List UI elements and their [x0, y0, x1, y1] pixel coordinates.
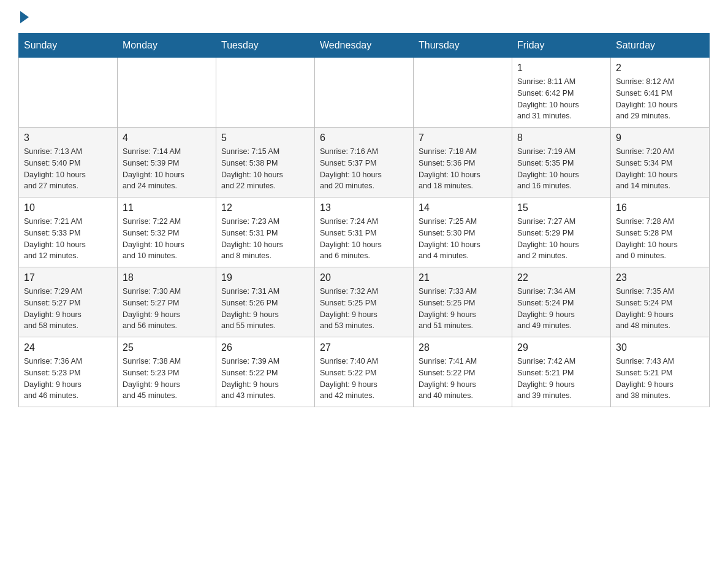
day-info: Sunrise: 7:32 AM Sunset: 5:25 PM Dayligh…: [320, 286, 408, 332]
day-number: 1: [517, 63, 605, 74]
calendar-cell: 27Sunrise: 7:40 AM Sunset: 5:22 PM Dayli…: [315, 337, 414, 407]
logo-arrow-icon: [20, 11, 29, 23]
day-info: Sunrise: 7:31 AM Sunset: 5:26 PM Dayligh…: [221, 286, 309, 332]
day-number: 27: [320, 342, 408, 353]
day-number: 14: [419, 202, 507, 213]
calendar-cell: 26Sunrise: 7:39 AM Sunset: 5:22 PM Dayli…: [216, 337, 315, 407]
day-number: 11: [123, 202, 211, 213]
day-of-week-header: Thursday: [414, 34, 512, 58]
calendar-cell: 3Sunrise: 7:13 AM Sunset: 5:40 PM Daylig…: [19, 128, 118, 197]
day-of-week-header: Friday: [512, 34, 611, 58]
day-number: 22: [517, 272, 605, 283]
day-number: 21: [419, 272, 507, 283]
calendar-cell: 25Sunrise: 7:38 AM Sunset: 5:23 PM Dayli…: [118, 337, 216, 407]
day-info: Sunrise: 7:21 AM Sunset: 5:33 PM Dayligh…: [24, 216, 112, 262]
day-info: Sunrise: 7:36 AM Sunset: 5:23 PM Dayligh…: [24, 356, 112, 402]
day-of-week-header: Wednesday: [315, 34, 414, 58]
calendar-cell: [118, 58, 216, 128]
calendar-cell: 18Sunrise: 7:30 AM Sunset: 5:27 PM Dayli…: [118, 267, 216, 337]
day-number: 4: [123, 132, 211, 144]
day-number: 28: [419, 342, 507, 353]
calendar-week-row: 17Sunrise: 7:29 AM Sunset: 5:27 PM Dayli…: [19, 267, 710, 337]
day-info: Sunrise: 7:22 AM Sunset: 5:32 PM Dayligh…: [123, 216, 211, 262]
day-info: Sunrise: 7:33 AM Sunset: 5:25 PM Dayligh…: [419, 286, 507, 332]
calendar-cell: 12Sunrise: 7:23 AM Sunset: 5:31 PM Dayli…: [216, 197, 315, 267]
day-number: 30: [616, 342, 704, 353]
day-of-week-header: Monday: [118, 34, 216, 58]
day-number: 6: [320, 132, 408, 144]
calendar-cell: [414, 58, 512, 128]
day-number: 13: [320, 202, 408, 213]
calendar-cell: 17Sunrise: 7:29 AM Sunset: 5:27 PM Dayli…: [19, 267, 118, 337]
calendar-cell: 8Sunrise: 7:19 AM Sunset: 5:35 PM Daylig…: [512, 128, 611, 197]
day-number: 9: [616, 132, 704, 144]
day-number: 20: [320, 272, 408, 283]
calendar-cell: 7Sunrise: 7:18 AM Sunset: 5:36 PM Daylig…: [414, 128, 512, 197]
day-number: 18: [123, 272, 211, 283]
day-of-week-header: Tuesday: [216, 34, 315, 58]
day-number: 17: [24, 272, 112, 283]
day-info: Sunrise: 7:30 AM Sunset: 5:27 PM Dayligh…: [123, 286, 211, 332]
day-info: Sunrise: 7:24 AM Sunset: 5:31 PM Dayligh…: [320, 216, 408, 262]
calendar-cell: 10Sunrise: 7:21 AM Sunset: 5:33 PM Dayli…: [19, 197, 118, 267]
day-info: Sunrise: 7:20 AM Sunset: 5:34 PM Dayligh…: [616, 146, 704, 192]
day-info: Sunrise: 7:25 AM Sunset: 5:30 PM Dayligh…: [419, 216, 507, 262]
calendar-cell: 21Sunrise: 7:33 AM Sunset: 5:25 PM Dayli…: [414, 267, 512, 337]
calendar-cell: 5Sunrise: 7:15 AM Sunset: 5:38 PM Daylig…: [216, 128, 315, 197]
day-info: Sunrise: 7:34 AM Sunset: 5:24 PM Dayligh…: [517, 286, 605, 332]
day-info: Sunrise: 7:41 AM Sunset: 5:22 PM Dayligh…: [419, 356, 507, 402]
day-info: Sunrise: 7:14 AM Sunset: 5:39 PM Dayligh…: [123, 146, 211, 192]
day-number: 24: [24, 342, 112, 353]
calendar-cell: 2Sunrise: 8:12 AM Sunset: 6:41 PM Daylig…: [611, 58, 710, 128]
calendar-cell: 22Sunrise: 7:34 AM Sunset: 5:24 PM Dayli…: [512, 267, 611, 337]
calendar-week-row: 10Sunrise: 7:21 AM Sunset: 5:33 PM Dayli…: [19, 197, 710, 267]
day-number: 29: [517, 342, 605, 353]
day-info: Sunrise: 7:19 AM Sunset: 5:35 PM Dayligh…: [517, 146, 605, 192]
calendar-cell: 20Sunrise: 7:32 AM Sunset: 5:25 PM Dayli…: [315, 267, 414, 337]
day-info: Sunrise: 8:11 AM Sunset: 6:42 PM Dayligh…: [517, 76, 605, 122]
calendar-cell: 15Sunrise: 7:27 AM Sunset: 5:29 PM Dayli…: [512, 197, 611, 267]
day-info: Sunrise: 7:16 AM Sunset: 5:37 PM Dayligh…: [320, 146, 408, 192]
day-number: 26: [221, 342, 309, 353]
calendar-cell: 6Sunrise: 7:16 AM Sunset: 5:37 PM Daylig…: [315, 128, 414, 197]
calendar-cell: 28Sunrise: 7:41 AM Sunset: 5:22 PM Dayli…: [414, 337, 512, 407]
day-number: 7: [419, 132, 507, 144]
day-number: 12: [221, 202, 309, 213]
day-number: 19: [221, 272, 309, 283]
calendar-header-row: SundayMondayTuesdayWednesdayThursdayFrid…: [19, 34, 710, 58]
day-number: 25: [123, 342, 211, 353]
logo: [18, 12, 29, 21]
day-info: Sunrise: 7:23 AM Sunset: 5:31 PM Dayligh…: [221, 216, 309, 262]
day-number: 23: [616, 272, 704, 283]
day-info: Sunrise: 7:35 AM Sunset: 5:24 PM Dayligh…: [616, 286, 704, 332]
day-info: Sunrise: 7:42 AM Sunset: 5:21 PM Dayligh…: [517, 356, 605, 402]
day-number: 3: [24, 132, 112, 144]
day-of-week-header: Saturday: [611, 34, 710, 58]
day-number: 10: [24, 202, 112, 213]
calendar-cell: 16Sunrise: 7:28 AM Sunset: 5:28 PM Dayli…: [611, 197, 710, 267]
calendar-cell: 30Sunrise: 7:43 AM Sunset: 5:21 PM Dayli…: [611, 337, 710, 407]
day-info: Sunrise: 7:28 AM Sunset: 5:28 PM Dayligh…: [616, 216, 704, 262]
calendar-week-row: 1Sunrise: 8:11 AM Sunset: 6:42 PM Daylig…: [19, 58, 710, 128]
day-number: 8: [517, 132, 605, 144]
calendar-cell: 11Sunrise: 7:22 AM Sunset: 5:32 PM Dayli…: [118, 197, 216, 267]
calendar-cell: [216, 58, 315, 128]
day-info: Sunrise: 7:18 AM Sunset: 5:36 PM Dayligh…: [419, 146, 507, 192]
calendar-cell: [19, 58, 118, 128]
day-info: Sunrise: 7:43 AM Sunset: 5:21 PM Dayligh…: [616, 356, 704, 402]
calendar-cell: 13Sunrise: 7:24 AM Sunset: 5:31 PM Dayli…: [315, 197, 414, 267]
day-number: 2: [616, 63, 704, 74]
page-header: [18, 12, 710, 21]
day-number: 15: [517, 202, 605, 213]
day-info: Sunrise: 7:27 AM Sunset: 5:29 PM Dayligh…: [517, 216, 605, 262]
day-of-week-header: Sunday: [19, 34, 118, 58]
day-info: Sunrise: 7:39 AM Sunset: 5:22 PM Dayligh…: [221, 356, 309, 402]
day-number: 5: [221, 132, 309, 144]
calendar-cell: 14Sunrise: 7:25 AM Sunset: 5:30 PM Dayli…: [414, 197, 512, 267]
day-info: Sunrise: 7:29 AM Sunset: 5:27 PM Dayligh…: [24, 286, 112, 332]
day-info: Sunrise: 7:38 AM Sunset: 5:23 PM Dayligh…: [123, 356, 211, 402]
calendar-week-row: 24Sunrise: 7:36 AM Sunset: 5:23 PM Dayli…: [19, 337, 710, 407]
calendar-cell: 29Sunrise: 7:42 AM Sunset: 5:21 PM Dayli…: [512, 337, 611, 407]
calendar-cell: 24Sunrise: 7:36 AM Sunset: 5:23 PM Dayli…: [19, 337, 118, 407]
calendar-cell: 9Sunrise: 7:20 AM Sunset: 5:34 PM Daylig…: [611, 128, 710, 197]
